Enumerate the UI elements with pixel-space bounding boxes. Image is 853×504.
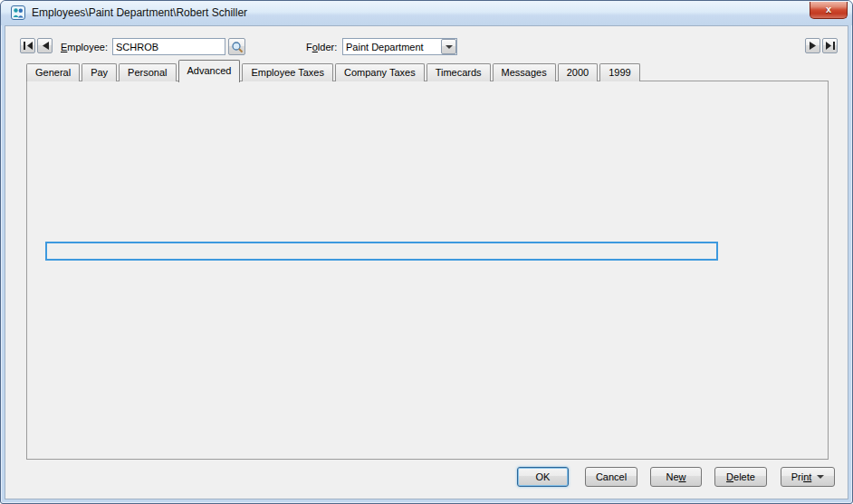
employee-lookup-button[interactable]: [228, 38, 245, 55]
window-title: Employees\Paint Department\Robert Schill…: [32, 6, 247, 19]
tab-general[interactable]: General: [26, 63, 80, 81]
tab-messages[interactable]: Messages: [493, 63, 556, 81]
tab-company-taxes[interactable]: Company Taxes: [335, 63, 425, 81]
last-record-icon[interactable]: [822, 38, 838, 53]
previous-record-icon[interactable]: [37, 38, 53, 53]
print-button[interactable]: Print: [781, 467, 835, 487]
tab-2000[interactable]: 2000: [558, 63, 598, 81]
tab-advanced[interactable]: Advanced: [178, 60, 241, 82]
ok-button[interactable]: OK: [517, 467, 569, 487]
tab-timecards[interactable]: Timecards: [426, 63, 491, 81]
previous-record-glyph: [42, 42, 49, 50]
tab-personal[interactable]: Personal: [119, 63, 176, 81]
chevron-down-icon: [446, 45, 453, 49]
next-record-icon[interactable]: [805, 38, 820, 53]
folder-label: Folder:: [306, 42, 337, 54]
employee-input[interactable]: [112, 38, 225, 55]
first-record-icon[interactable]: [20, 38, 35, 53]
title-bar[interactable]: Employees\Paint Department\Robert Schill…: [1, 1, 852, 25]
close-icon[interactable]: x: [810, 2, 848, 19]
tab-strip: GeneralPayPersonalAdvancedEmployee Taxes…: [26, 59, 642, 81]
tab-pay[interactable]: Pay: [81, 63, 117, 81]
chevron-down-icon: [817, 475, 824, 479]
next-record-glyph: [810, 42, 817, 50]
new-button[interactable]: New: [650, 467, 702, 487]
first-record-glyph: [24, 42, 33, 50]
folder-dropdown-button[interactable]: [441, 39, 456, 54]
employees-app-icon: [11, 5, 25, 20]
last-record-glyph: [826, 42, 835, 50]
employee-label: Employee:: [61, 42, 108, 54]
cancel-button[interactable]: Cancel: [585, 467, 637, 487]
folder-combobox[interactable]: [342, 38, 457, 55]
advanced-tab-page: [26, 81, 829, 460]
magnifier-icon: [231, 41, 244, 53]
employee-record-window: Employees\Paint Department\Robert Schill…: [0, 0, 853, 504]
tab-employee-taxes[interactable]: Employee Taxes: [242, 63, 333, 81]
tab-1999[interactable]: 1999: [599, 63, 639, 81]
delete-button[interactable]: Delete: [714, 467, 767, 487]
